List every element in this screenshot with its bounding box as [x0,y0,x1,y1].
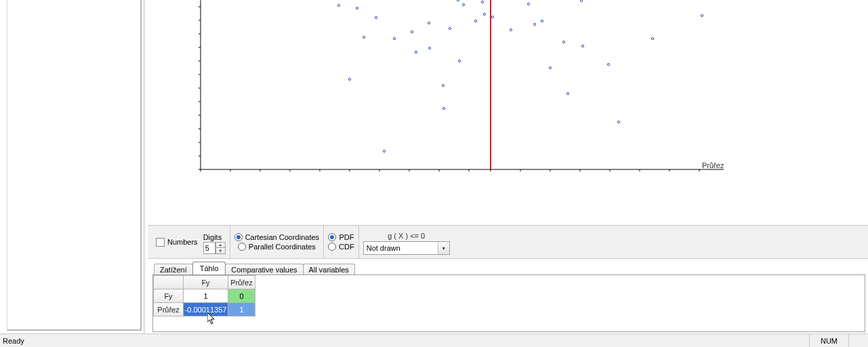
panel-splitter[interactable] [144,0,146,333]
digits-spin-up[interactable]: ▲ [215,242,226,249]
svg-point-64 [617,121,619,123]
svg-point-46 [442,107,445,109]
col-header[interactable]: Fy [184,276,228,289]
svg-point-63 [607,63,609,65]
svg-point-43 [428,22,430,24]
table-cell[interactable]: 0 [228,289,255,303]
svg-point-58 [549,66,551,68]
radio-cartesian-label: Cartesian Coordinates [245,233,319,241]
svg-point-54 [510,28,512,30]
svg-point-40 [411,30,413,33]
digits-spin-down[interactable]: ▼ [215,248,226,254]
radio-cartesian[interactable] [234,233,243,241]
svg-point-50 [474,20,476,22]
svg-point-38 [383,150,385,152]
svg-point-37 [375,16,377,18]
tab-all-variables[interactable]: All variables [303,264,355,275]
status-numlock: NUM [809,334,848,347]
row-header[interactable]: Fy [154,289,184,303]
svg-point-65 [651,37,653,39]
digits-label: Digits [203,233,222,241]
radio-cdf[interactable] [328,243,336,251]
svg-point-59 [562,41,564,43]
svg-point-47 [457,0,459,1]
svg-point-60 [566,92,569,94]
table-cell[interactable]: 1 [184,289,228,303]
svg-point-39 [393,37,395,39]
chevron-down-icon: ▼ [438,242,449,254]
side-panel [0,0,144,333]
status-text: Ready [3,337,809,345]
radio-pdf[interactable] [328,233,336,241]
table-cell[interactable]: 1 [228,303,255,317]
gx-dropdown[interactable]: Not drawn ▼ [363,241,450,255]
dist-radio-group: PDF CDF [324,226,358,258]
tab-zatížení[interactable]: Zatížení [154,264,193,275]
digits-spinner: ▲ ▼ [215,242,226,254]
svg-point-48 [458,60,460,62]
svg-point-51 [481,1,483,3]
svg-point-53 [491,16,493,18]
svg-point-49 [462,3,464,5]
controls-bar: Numbers Digits 5 ▲ ▼ Cartesian Coordinat… [148,225,868,259]
status-grip [848,334,865,347]
svg-point-56 [533,23,535,25]
table-corner [154,276,184,289]
numbers-label: Numbers [167,238,198,246]
tab-táhlo[interactable]: Táhlo [192,262,226,274]
main-area: Průřez Numbers Digits 5 ▲ ▼ [148,0,868,333]
chart-svg [148,0,868,224]
svg-point-45 [449,27,451,29]
svg-point-41 [415,51,417,53]
correlation-table-panel: FyPrůřezFy10Průřez-0.000113571 [152,274,865,332]
svg-point-52 [483,13,485,15]
svg-point-57 [541,20,543,22]
correlation-table: FyPrůřezFy10Průřez-0.000113571 [153,275,255,317]
svg-point-55 [527,3,529,5]
coord-radio-group: Cartesian Coordinates Parallel Coordinat… [230,226,323,258]
x-axis-label: Průřez [702,161,724,169]
svg-point-36 [363,36,365,38]
digits-input[interactable]: 5 [203,242,215,254]
svg-point-44 [442,84,444,86]
svg-point-61 [580,0,582,2]
table-cell[interactable]: -0.00011357 [184,303,228,317]
scatter-chart: Průřez [148,0,868,224]
svg-point-67 [348,78,350,80]
gx-label: g ( X ) <= 0 [388,232,425,240]
svg-point-62 [581,45,583,47]
table-tabs: ZatíženíTáhloComparative valuesAll varia… [154,261,354,274]
radio-parallel[interactable] [238,243,246,251]
svg-point-42 [428,47,430,49]
numbers-checkbox[interactable] [156,238,165,247]
svg-point-35 [356,7,358,9]
col-header[interactable]: Průřez [228,276,255,289]
radio-pdf-label: PDF [339,233,354,241]
radio-cdf-label: CDF [339,243,354,251]
radio-parallel-label: Parallel Coordinates [249,243,316,251]
gx-dropdown-value: Not drawn [364,244,438,252]
svg-point-34 [337,4,339,6]
status-bar: Ready NUM [0,333,868,347]
svg-point-66 [701,14,703,16]
tab-comparative-values[interactable]: Comparative values [225,264,303,275]
row-header[interactable]: Průřez [154,303,184,317]
side-panel-inner [7,0,142,331]
